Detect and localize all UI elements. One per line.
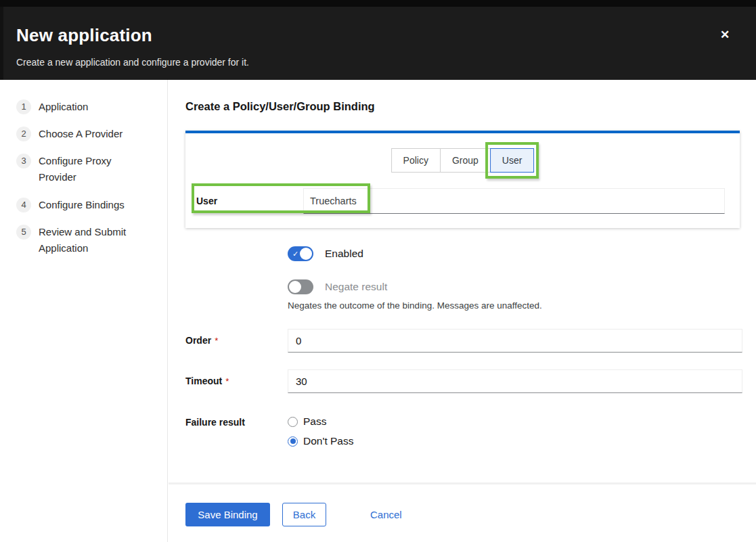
radio-pass[interactable]: Pass — [288, 415, 326, 428]
negate-result-help-text: Negates the outcome of the binding. Mess… — [288, 300, 542, 311]
step-number-badge: 3 — [16, 154, 31, 168]
wizard-sidebar: 1 Application 2 Choose A Provider 3 Conf… — [0, 80, 168, 542]
modal-subtitle: Create a new application and configure a… — [16, 57, 249, 68]
save-binding-button[interactable]: Save Binding — [185, 503, 270, 526]
cancel-button[interactable]: Cancel — [365, 503, 407, 526]
negate-result-toggle-label: Negate result — [325, 279, 387, 294]
step-label: Review and Submit Application — [39, 224, 140, 256]
step-number-badge: 2 — [16, 127, 31, 141]
tab-user[interactable]: User — [490, 148, 535, 173]
tab-group[interactable]: Group — [440, 148, 491, 173]
user-field-label: User — [196, 188, 217, 214]
step-label: Configure Proxy Provider — [39, 153, 140, 185]
step-label: Choose A Provider — [39, 126, 123, 142]
modal-header: New application Create a new application… — [0, 7, 756, 80]
radio-circle-unchecked[interactable] — [288, 417, 298, 427]
binding-type-tab-group: Policy Group User — [391, 148, 535, 173]
order-label-text: Order — [185, 335, 211, 346]
order-field-label: Order* — [185, 329, 218, 353]
failure-result-label: Failure result — [185, 416, 245, 428]
toggle-knob — [300, 248, 312, 260]
backdrop-strip — [0, 0, 756, 7]
step-number-badge: 5 — [16, 225, 31, 240]
sidebar-item-configure-bindings[interactable]: 4 Configure Bindings — [16, 197, 125, 213]
back-button[interactable]: Back — [282, 503, 326, 526]
sidebar-item-application[interactable]: 1 Application — [16, 99, 88, 115]
footer-divider — [169, 482, 756, 484]
timeout-input[interactable] — [288, 369, 742, 393]
check-icon: ✓ — [292, 246, 298, 261]
tab-user-wrapper: User — [490, 148, 535, 173]
radio-pass-label: Pass — [303, 415, 326, 428]
close-icon[interactable]: ✕ — [717, 27, 733, 43]
binding-card: Policy Group User User Truecharts — [185, 131, 740, 228]
sidebar-item-review-and-submit[interactable]: 5 Review and Submit Application — [16, 224, 140, 256]
modal-title: New application — [16, 25, 152, 46]
step-label: Application — [39, 99, 88, 115]
sidebar-item-choose-a-provider[interactable]: 2 Choose A Provider — [16, 126, 123, 142]
enabled-toggle-label: Enabled — [325, 246, 363, 261]
radio-dont-pass-label: Don't Pass — [303, 435, 353, 447]
toggle-knob — [289, 281, 301, 293]
enabled-toggle[interactable]: ✓ — [288, 246, 313, 261]
step-number-badge: 1 — [16, 99, 31, 114]
required-marker: * — [215, 336, 218, 346]
page-title: Create a Policy/User/Group Binding — [185, 100, 375, 113]
step-label: Configure Bindings — [39, 197, 125, 213]
sidebar-item-configure-proxy-provider[interactable]: 3 Configure Proxy Provider — [16, 153, 140, 185]
timeout-field-label: Timeout* — [185, 369, 229, 393]
timeout-label-text: Timeout — [185, 376, 222, 386]
order-input[interactable] — [288, 329, 742, 353]
radio-circle-checked[interactable] — [288, 436, 298, 447]
required-marker: * — [225, 376, 229, 386]
new-application-wizard: New application Create a new application… — [0, 0, 756, 542]
tab-policy[interactable]: Policy — [391, 148, 441, 173]
negate-result-toggle[interactable] — [288, 279, 313, 294]
user-select[interactable]: Truecharts — [303, 188, 725, 214]
step-number-badge: 4 — [16, 198, 31, 212]
radio-dont-pass[interactable]: Don't Pass — [288, 435, 353, 447]
